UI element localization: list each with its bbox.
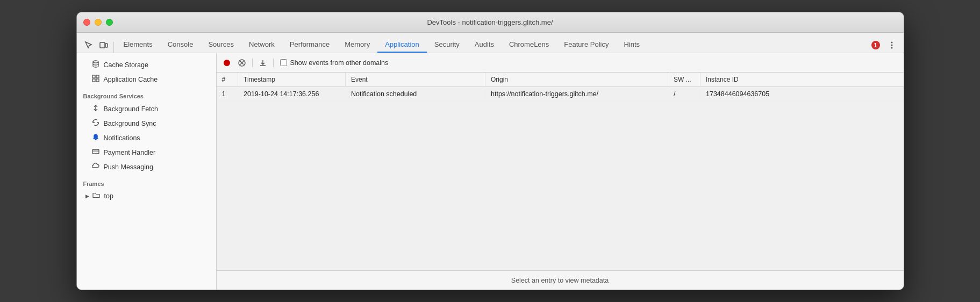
content-area: Show events from other domains # Timesta… (217, 53, 904, 290)
sidebar-item-background-fetch[interactable]: Background Fetch (77, 102, 216, 116)
svg-rect-6 (92, 75, 95, 78)
error-badge[interactable]: 1 (871, 41, 880, 49)
svg-rect-1 (105, 44, 108, 47)
col-header-origin[interactable]: Origin (485, 73, 668, 87)
svg-rect-10 (92, 149, 99, 154)
database-icon (92, 60, 99, 69)
cell-event: Notification scheduled (346, 87, 485, 102)
col-header-sw[interactable]: SW ... (668, 73, 700, 87)
col-header-instance[interactable]: Instance ID (700, 73, 904, 87)
inspect-icon[interactable] (81, 38, 96, 53)
chevron-right-icon: ▶ (85, 193, 89, 199)
tab-hints[interactable]: Hints (616, 37, 647, 53)
tab-memory[interactable]: Memory (337, 37, 377, 53)
application-cache-label: Application Cache (104, 76, 158, 83)
tab-application[interactable]: Application (377, 37, 427, 53)
push-messaging-label: Push Messaging (104, 163, 153, 171)
window-controls (83, 19, 113, 26)
col-header-timestamp[interactable]: Timestamp (238, 73, 346, 87)
bg-services-section-label: Background Services (77, 87, 216, 102)
show-events-checkbox[interactable] (280, 59, 287, 66)
svg-point-4 (891, 47, 892, 49)
record-button[interactable] (221, 57, 233, 69)
frames-section-label: Frames (77, 174, 216, 189)
tab-audits[interactable]: Audits (467, 37, 502, 53)
main-layout: Cache Storage Application Cache Backgrou… (77, 53, 904, 290)
window-title: DevTools - notification-triggers.glitch.… (427, 18, 553, 26)
tab-security[interactable]: Security (427, 37, 467, 53)
device-icon[interactable] (96, 38, 111, 53)
bg-fetch-icon (92, 104, 99, 113)
frames-top-label: top (104, 192, 113, 200)
table-container: # Timestamp Event Origin SW ... Instance… (217, 73, 904, 270)
cell-instance-id: 17348446094636705 (700, 87, 904, 102)
background-fetch-label: Background Fetch (104, 105, 158, 113)
sync-icon (92, 119, 99, 128)
content-toolbar: Show events from other domains (217, 53, 904, 73)
sidebar-item-push-messaging[interactable]: Push Messaging (77, 160, 216, 174)
payment-handler-label: Payment Handler (104, 149, 156, 156)
notifications-table: # Timestamp Event Origin SW ... Instance… (217, 73, 904, 102)
close-button[interactable] (83, 19, 90, 26)
cache-storage-label: Cache Storage (104, 61, 148, 69)
sidebar-item-cache-storage[interactable]: Cache Storage (77, 57, 216, 72)
tab-sources[interactable]: Sources (201, 37, 241, 53)
svg-point-2 (891, 42, 892, 44)
tab-console[interactable]: Console (160, 37, 201, 53)
sidebar-item-notifications[interactable]: Notifications (77, 131, 216, 145)
svg-point-11 (224, 60, 230, 66)
sidebar-item-frames-top[interactable]: ▶ top (77, 189, 216, 203)
titlebar: DevTools - notification-triggers.glitch.… (77, 12, 904, 33)
sidebar-item-payment-handler[interactable]: Payment Handler (77, 145, 216, 160)
table-row[interactable]: 1 2019-10-24 14:17:36.256 Notification s… (217, 87, 904, 102)
show-events-checkbox-row: Show events from other domains (280, 59, 389, 67)
maximize-button[interactable] (106, 19, 113, 26)
background-sync-label: Background Sync (104, 120, 156, 127)
nav-end: 1 (871, 38, 899, 53)
download-button[interactable] (257, 57, 269, 69)
devtools-window: DevTools - notification-triggers.glitch.… (76, 12, 904, 290)
grid-icon (92, 75, 99, 84)
minimize-button[interactable] (95, 19, 102, 26)
sidebar-item-background-sync[interactable]: Background Sync (77, 116, 216, 131)
show-events-label[interactable]: Show events from other domains (290, 59, 389, 67)
toolbar-separator (252, 59, 253, 67)
status-bar: Select an entry to view metadata (217, 270, 904, 290)
svg-rect-0 (100, 42, 105, 48)
sidebar-item-application-cache[interactable]: Application Cache (77, 72, 216, 87)
cell-num: 1 (217, 87, 238, 102)
payment-icon (92, 148, 99, 157)
nav-separator (113, 42, 114, 53)
clear-button[interactable] (236, 57, 248, 69)
cell-timestamp: 2019-10-24 14:17:36.256 (238, 87, 346, 102)
svg-rect-8 (92, 79, 95, 82)
tab-chromelens[interactable]: ChromeLens (502, 37, 556, 53)
col-header-event[interactable]: Event (346, 73, 485, 87)
tab-network[interactable]: Network (241, 37, 282, 53)
toolbar-separator-2 (273, 59, 274, 67)
sidebar: Cache Storage Application Cache Backgrou… (77, 53, 217, 290)
notifications-label: Notifications (104, 134, 140, 142)
nav-tabs: Elements Console Sources Network Perform… (77, 33, 904, 53)
tab-performance[interactable]: Performance (282, 37, 337, 53)
cloud-icon (92, 162, 99, 171)
svg-point-5 (93, 61, 98, 63)
bell-icon (92, 133, 99, 142)
error-count: 1 (871, 41, 880, 49)
tab-elements[interactable]: Elements (116, 37, 160, 53)
cell-origin: https://notification-triggers.glitch.me/ (485, 87, 668, 102)
col-header-num[interactable]: # (217, 73, 238, 87)
cell-sw: / (668, 87, 700, 102)
tab-featurepolicy[interactable]: Feature Policy (556, 37, 616, 53)
folder-icon (92, 192, 100, 200)
status-text: Select an entry to view metadata (511, 277, 609, 284)
more-options-button[interactable] (884, 38, 899, 53)
svg-point-3 (891, 45, 892, 46)
svg-rect-7 (96, 75, 99, 78)
svg-rect-9 (96, 79, 99, 82)
